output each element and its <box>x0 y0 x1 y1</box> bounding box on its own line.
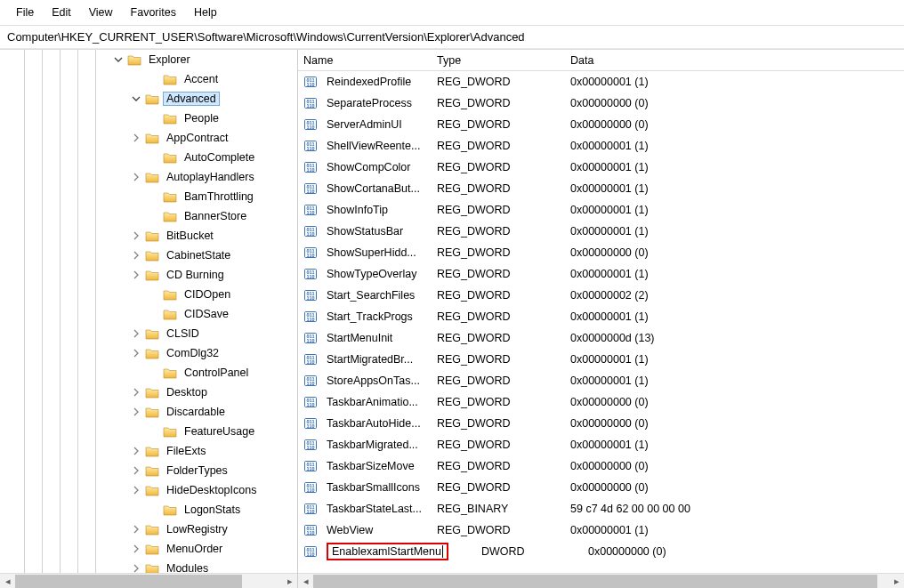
value-row[interactable]: ShowStatusBarREG_DWORD0x00000001 (1) <box>298 221 904 242</box>
value-row[interactable]: StoreAppsOnTas...REG_DWORD0x00000001 (1) <box>298 370 904 391</box>
value-type: REG_DWORD <box>437 76 570 88</box>
tree-node[interactable]: MenuOrder <box>0 539 297 559</box>
chevron-right-icon[interactable] <box>129 385 143 399</box>
folder-icon <box>163 309 177 320</box>
chevron-right-icon[interactable] <box>129 405 143 419</box>
value-data: 0x00000001 (1) <box>570 225 904 238</box>
folder-icon <box>145 328 159 340</box>
tree-node[interactable]: LogonStats <box>0 500 297 520</box>
value-name: ShowCortanaBut... <box>321 182 437 195</box>
menu-view[interactable]: View <box>80 4 122 21</box>
address-bar[interactable]: Computer\HKEY_CURRENT_USER\Software\Micr… <box>0 26 904 49</box>
tree-node[interactable]: CabinetState <box>0 246 297 265</box>
menu-favorites[interactable]: Favorites <box>122 4 185 21</box>
value-type: REG_DWORD <box>437 140 570 152</box>
chevron-right-icon[interactable] <box>129 463 143 478</box>
tree-node[interactable]: Modules <box>0 559 297 573</box>
tree-node[interactable]: FolderTypes <box>0 461 297 480</box>
value-row[interactable]: ShowCortanaBut...REG_DWORD0x00000001 (1) <box>298 178 904 199</box>
value-row[interactable]: TaskbarSizeMoveREG_DWORD0x00000000 (0) <box>298 455 904 477</box>
value-row[interactable]: TaskbarStateLast...REG_BINARY59 c7 4d 62… <box>298 498 904 520</box>
value-name: ShowStatusBar <box>321 225 437 238</box>
chevron-right-icon[interactable] <box>129 131 143 145</box>
folder-icon <box>145 172 159 183</box>
tree-h-scrollbar[interactable]: ◂ ▸ <box>0 573 297 588</box>
value-row[interactable]: TaskbarSmallIconsREG_DWORD0x00000000 (0) <box>298 477 904 498</box>
tree-node[interactable]: BitBucket <box>0 226 297 246</box>
tree-node[interactable]: AutoplayHandlers <box>0 167 297 187</box>
tree-node[interactable]: Desktop <box>0 383 297 402</box>
value-row[interactable]: ReindexedProfileREG_DWORD0x00000001 (1) <box>298 71 904 93</box>
chevron-right-icon[interactable] <box>129 542 143 556</box>
tree-node[interactable]: CIDOpen <box>0 285 297 304</box>
header-type[interactable]: Type <box>432 52 565 69</box>
folder-icon <box>163 211 177 222</box>
value-row[interactable]: WebViewREG_DWORD0x00000001 (1) <box>298 520 904 541</box>
value-row[interactable]: EnablexamlStartMenuDWORD0x00000000 (0) <box>298 541 904 562</box>
chevron-right-icon[interactable] <box>129 170 143 184</box>
value-row[interactable]: TaskbarMigrated...REG_DWORD0x00000001 (1… <box>298 434 904 455</box>
value-data: 0x00000001 (1) <box>570 353 904 366</box>
menu-file[interactable]: File <box>7 4 43 21</box>
rename-input[interactable]: EnablexamlStartMenu <box>327 543 448 560</box>
chevron-right-icon[interactable] <box>129 346 143 360</box>
value-data: 0x00000001 (1) <box>570 524 904 536</box>
chevron-right-icon[interactable] <box>129 326 143 341</box>
chevron-right-icon[interactable] <box>129 444 143 458</box>
tree-node[interactable]: AutoComplete <box>0 148 297 167</box>
tree-node[interactable]: CIDSave <box>0 304 297 324</box>
value-row[interactable]: TaskbarAnimatio...REG_DWORD0x00000000 (0… <box>298 391 904 413</box>
chevron-right-icon[interactable] <box>129 522 143 536</box>
chevron-right-icon[interactable] <box>129 268 143 282</box>
value-row[interactable]: ShowCompColorREG_DWORD0x00000001 (1) <box>298 157 904 178</box>
value-name: Start_TrackProgs <box>321 310 437 323</box>
value-row[interactable]: ShowTypeOverlayREG_DWORD0x00000001 (1) <box>298 263 904 285</box>
value-row[interactable]: StartMigratedBr...REG_DWORD0x00000001 (1… <box>298 349 904 370</box>
tree-node[interactable]: LowRegistry <box>0 520 297 539</box>
tree-node[interactable]: Accent <box>0 69 297 89</box>
chevron-right-icon[interactable] <box>129 561 143 573</box>
tree-node[interactable]: HideDesktopIcons <box>0 480 297 500</box>
value-row[interactable]: TaskbarAutoHide...REG_DWORD0x00000000 (0… <box>298 413 904 434</box>
tree-node[interactable]: FeatureUsage <box>0 422 297 441</box>
value-data: 0x00000001 (1) <box>570 204 904 216</box>
tree-node[interactable]: BamThrottling <box>0 187 297 206</box>
value-row[interactable]: ShowInfoTipREG_DWORD0x00000001 (1) <box>298 199 904 221</box>
tree-node-label: People <box>181 111 222 125</box>
header-name[interactable]: Name <box>298 52 432 69</box>
menu-help[interactable]: Help <box>185 4 226 21</box>
value-row[interactable]: StartMenuInitREG_DWORD0x0000000d (13) <box>298 327 904 349</box>
value-name: ReindexedProfile <box>321 76 437 88</box>
menu-edit[interactable]: Edit <box>43 4 80 21</box>
tree-node[interactable]: Advanced <box>0 89 297 109</box>
tree-node[interactable]: ComDlg32 <box>0 343 297 363</box>
chevron-down-icon[interactable] <box>129 92 143 106</box>
tree-node-label: ComDlg32 <box>163 346 222 360</box>
tree-node[interactable]: Explorer <box>0 50 297 69</box>
value-row[interactable]: SeparateProcessREG_DWORD0x00000000 (0) <box>298 93 904 114</box>
values-h-scrollbar[interactable]: ◂ ▸ <box>298 573 904 588</box>
value-row[interactable]: ServerAdminUIREG_DWORD0x00000000 (0) <box>298 114 904 135</box>
chevron-right-icon[interactable] <box>129 229 143 243</box>
tree-node[interactable]: ControlPanel <box>0 363 297 383</box>
tree-node[interactable]: BannerStore <box>0 206 297 226</box>
tree-node-label: Advanced <box>163 92 220 106</box>
dword-icon <box>303 139 318 153</box>
tree-node[interactable]: FileExts <box>0 441 297 461</box>
tree-node[interactable]: CD Burning <box>0 265 297 285</box>
value-row[interactable]: Start_SearchFilesREG_DWORD0x00000002 (2) <box>298 285 904 306</box>
chevron-right-icon[interactable] <box>129 483 143 497</box>
tree-node[interactable]: AppContract <box>0 128 297 148</box>
column-headers[interactable]: Name Type Data <box>298 50 904 71</box>
value-name: SeparateProcess <box>321 97 437 109</box>
tree-node[interactable]: CLSID <box>0 324 297 343</box>
dword-icon <box>303 310 318 324</box>
chevron-right-icon[interactable] <box>129 248 143 262</box>
chevron-down-icon[interactable] <box>111 52 125 67</box>
tree-node[interactable]: Discardable <box>0 402 297 422</box>
tree-node[interactable]: People <box>0 109 297 128</box>
value-row[interactable]: ShowSuperHidd...REG_DWORD0x00000000 (0) <box>298 242 904 263</box>
header-data[interactable]: Data <box>565 52 904 69</box>
value-row[interactable]: Start_TrackProgsREG_DWORD0x00000001 (1) <box>298 306 904 327</box>
value-row[interactable]: ShellViewReente...REG_DWORD0x00000001 (1… <box>298 135 904 157</box>
